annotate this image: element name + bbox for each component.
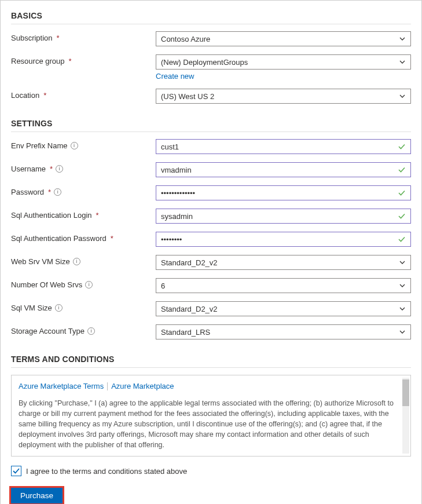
username-input[interactable]: vmadmin (156, 162, 411, 177)
web-srv-vm-size-select[interactable]: Standard_D2_v2 (156, 255, 411, 270)
divider (11, 367, 411, 368)
subscription-value: Contoso Azure (161, 35, 210, 43)
location-select[interactable]: (US) West US 2 (156, 89, 411, 104)
sql-login-label: Sql Authentication Login (11, 211, 92, 220)
terms-box: Azure Marketplace Terms Azure Marketplac… (11, 375, 411, 456)
info-icon[interactable]: i (54, 188, 61, 196)
chevron-down-icon (399, 93, 406, 100)
check-icon (398, 235, 406, 243)
resource-group-select[interactable]: (New) DeploymentGroups (156, 54, 411, 70)
web-srv-count-value: 6 (161, 282, 165, 290)
sql-vm-size-select[interactable]: Standard_D2_v2 (156, 301, 411, 316)
tab-separator (107, 382, 108, 390)
tab-marketplace[interactable]: Azure Marketplace (111, 381, 174, 392)
required-asterisk: * (50, 165, 53, 173)
chevron-down-icon (399, 59, 406, 65)
chevron-down-icon (399, 282, 406, 289)
required-asterisk: * (111, 234, 113, 243)
required-asterisk: * (43, 91, 46, 100)
info-icon[interactable]: i (55, 304, 63, 312)
env-prefix-value: cust1 (161, 143, 179, 151)
info-icon[interactable]: i (85, 281, 93, 288)
info-icon[interactable]: i (56, 165, 63, 173)
divider (11, 24, 411, 24)
web-srv-count-select[interactable]: 6 (156, 278, 411, 293)
storage-type-value: Standard_LRS (161, 328, 210, 337)
sql-vm-size-value: Standard_D2_v2 (161, 305, 218, 313)
sql-password-input[interactable]: •••••••• (156, 232, 411, 247)
storage-type-label: Storage Account Type (11, 327, 85, 335)
section-terms-title: TERMS AND CONDITIONS (11, 355, 411, 364)
sql-login-input[interactable]: sysadmin (156, 209, 411, 224)
username-label: Username (11, 165, 46, 173)
storage-type-select[interactable]: Standard_LRS (156, 324, 411, 339)
web-srv-vm-size-label: Web Srv VM Size (11, 257, 70, 266)
section-basics-title: BASICS (11, 11, 411, 20)
location-value: (US) West US 2 (161, 92, 214, 101)
sql-login-value: sysadmin (161, 212, 193, 221)
agree-label: I agree to the terms and conditions stat… (26, 467, 187, 476)
scrollbar[interactable] (402, 378, 409, 454)
check-icon (398, 212, 406, 220)
sql-password-label: Sql Authentication Password (11, 234, 107, 243)
tab-marketplace-terms[interactable]: Azure Marketplace Terms (19, 381, 104, 392)
password-label: Password (11, 188, 44, 196)
check-icon (398, 166, 406, 174)
divider (11, 132, 411, 132)
resource-group-label: Resource group (11, 57, 65, 65)
web-srv-vm-size-value: Standard_D2_v2 (161, 258, 218, 267)
terms-body: By clicking "Purchase," I (a) agree to t… (19, 398, 403, 451)
required-asterisk: * (96, 211, 99, 220)
check-icon (398, 143, 406, 151)
chevron-down-icon (399, 305, 406, 312)
required-asterisk: * (69, 57, 72, 65)
username-value: vmadmin (161, 166, 192, 174)
required-asterisk: * (57, 34, 60, 42)
password-input[interactable]: ••••••••••••• (156, 185, 411, 200)
check-icon (398, 189, 406, 197)
required-asterisk: * (48, 188, 51, 196)
chevron-down-icon (399, 35, 406, 42)
create-new-link[interactable]: Create new (156, 72, 194, 81)
sql-password-value: •••••••• (161, 235, 182, 244)
info-icon[interactable]: i (71, 142, 78, 149)
env-prefix-input[interactable]: cust1 (156, 139, 411, 154)
subscription-select[interactable]: Contoso Azure (156, 31, 411, 46)
password-value: ••••••••••••• (161, 189, 195, 198)
location-label: Location (11, 91, 39, 100)
section-settings-title: SETTINGS (11, 119, 411, 128)
info-icon[interactable]: i (73, 258, 80, 265)
resource-group-value: (New) DeploymentGroups (161, 58, 248, 67)
purchase-button[interactable]: Purchase (11, 488, 63, 503)
chevron-down-icon (399, 259, 406, 266)
subscription-label: Subscription (11, 34, 53, 42)
scrollbar-thumb[interactable] (402, 379, 409, 406)
sql-vm-size-label: Sql VM Size (11, 304, 52, 312)
chevron-down-icon (399, 328, 406, 335)
env-prefix-label: Env Prefix Name (11, 141, 68, 150)
info-icon[interactable]: i (87, 327, 95, 335)
agree-checkbox[interactable] (11, 466, 21, 476)
web-srv-count-label: Number Of Web Srvs (11, 280, 82, 289)
